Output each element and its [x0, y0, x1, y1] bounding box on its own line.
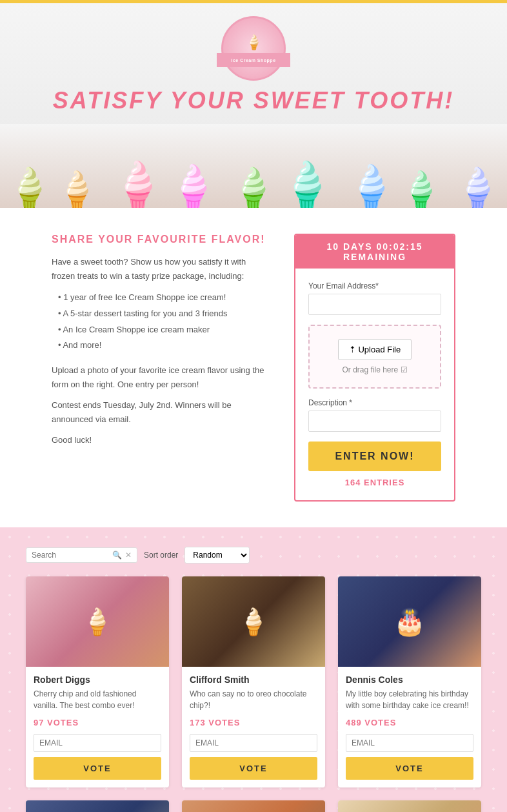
enter-button[interactable]: ENTER NOW! [308, 442, 441, 471]
card-image-4: 🍦 [26, 800, 169, 812]
card-name-3: Dennis Coles [346, 675, 473, 685]
contest-box: 10 DAYS 00:02:15 REMAINING Your Email Ad… [294, 234, 455, 502]
prize-list: 1 year of free Ice Cream Shoppe ice crea… [52, 290, 268, 354]
main-content: SHARE YOUR FAVOURITE FLAVOR! Have a swee… [0, 208, 507, 527]
gallery-grid: 🍦 Robert Diggs Cherry chip and old fashi… [26, 576, 481, 812]
prize-item-4: And more! [58, 338, 268, 354]
card-image-1: 🍦 [26, 576, 169, 667]
card-votes-3: 489 VOTES [346, 718, 473, 727]
prize-item-2: A 5-star dessert tasting for you and 3 f… [58, 306, 268, 322]
card-body-1: Robert Diggs Cherry chip and old fashion… [26, 667, 169, 787]
sort-select[interactable]: Random Most Votes Least Votes Newest Old… [184, 547, 250, 563]
gallery-card: 🎂 Dennis Coles My little boy celebrating… [338, 576, 481, 787]
logo-container: 🍦 Ice Cream Shoppe [0, 16, 507, 81]
gallery-card: 👦 VOTE [182, 800, 325, 812]
gallery-card: 🍦 Clifford Smith Who can say no to oreo … [182, 576, 325, 787]
logo-circle: 🍦 Ice Cream Shoppe [221, 16, 286, 81]
prize-item-1: 1 year of free Ice Cream Shoppe ice crea… [58, 290, 268, 306]
upload-icon: ⇡ [349, 345, 356, 354]
good-luck: Good luck! [52, 433, 268, 447]
timer-bar: 10 DAYS 00:02:15 REMAINING [295, 235, 454, 269]
contest-info: Contest ends Tuesday, July 2nd. Winners … [52, 398, 268, 427]
drag-text: Or drag file here ☑ [323, 365, 427, 374]
card-email-1[interactable] [34, 734, 161, 752]
vote-button-1[interactable]: VOTE [34, 757, 161, 780]
card-desc-1: Cherry chip and old fashioned vanilla. T… [34, 688, 161, 711]
description-label: Description * [308, 398, 441, 407]
card-desc-3: My little boy celebrating his birthday w… [346, 688, 473, 711]
gallery-section: 🔍 ✕ Sort order Random Most Votes Least V… [0, 527, 507, 812]
hero-image-bar: 🍦 🍦 🍦 🍦 🍦 🍦 🍦 🍦 🍦 [0, 124, 507, 208]
contest-form: 10 DAYS 00:02:15 REMAINING Your Email Ad… [294, 234, 455, 502]
prize-item-3: An Ice Cream Shoppe ice cream maker [58, 322, 268, 338]
section-title: SHARE YOUR FAVOURITE FLAVOR! [52, 234, 268, 245]
card-votes-1: 97 VOTES [34, 718, 161, 727]
card-image-5: 👦 [182, 800, 325, 812]
vote-button-2[interactable]: VOTE [190, 757, 317, 780]
clear-icon[interactable]: ✕ [125, 551, 132, 560]
card-name-2: Clifford Smith [190, 675, 317, 685]
sort-label: Sort order [144, 551, 178, 560]
entries-count: 164 ENTRIES [308, 478, 441, 487]
upload-text: Upload a photo of your favorite ice crea… [52, 363, 268, 392]
card-votes-2: 173 VOTES [190, 718, 317, 727]
email-input[interactable] [308, 294, 441, 315]
card-body-3: Dennis Coles My little boy celebrating h… [338, 667, 481, 787]
hero-title: SATISFY YOUR SWEET TOOTH! [0, 87, 507, 114]
gallery-card: 🍦 Robert Diggs Cherry chip and old fashi… [26, 576, 169, 787]
hero-section: 🍦 Ice Cream Shoppe SATISFY YOUR SWEET TO… [0, 3, 507, 208]
email-label: Your Email Address* [308, 281, 441, 290]
gallery-card: 🍦 VOTE [26, 800, 169, 812]
upload-button[interactable]: ⇡ Upload File [338, 339, 412, 360]
gallery-toolbar: 🔍 ✕ Sort order Random Most Votes Least V… [26, 547, 481, 563]
card-image-6: 🍨 [338, 800, 481, 812]
drag-icon: ☑ [401, 365, 408, 374]
card-image-2: 🍦 [182, 576, 325, 667]
upload-label: Upload File [358, 345, 401, 354]
gallery-card: 🍨 VOTE [338, 800, 481, 812]
vote-button-3[interactable]: VOTE [346, 757, 473, 780]
search-box: 🔍 ✕ [26, 547, 137, 563]
upload-area: ⇡ Upload File Or drag file here ☑ [308, 325, 441, 389]
card-email-2[interactable] [190, 734, 317, 752]
card-email-3[interactable] [346, 734, 473, 752]
left-panel: SHARE YOUR FAVOURITE FLAVOR! Have a swee… [52, 234, 268, 502]
description-input[interactable] [308, 411, 441, 432]
search-icon: 🔍 [112, 551, 122, 560]
card-desc-2: Who can say no to oreo chocolate chip?! [190, 688, 317, 711]
search-input[interactable] [32, 551, 109, 560]
intro-text: Have a sweet tooth? Show us how you sati… [52, 255, 268, 283]
card-body-2: Clifford Smith Who can say no to oreo ch… [182, 667, 325, 787]
card-image-3: 🎂 [338, 576, 481, 667]
card-name-1: Robert Diggs [34, 675, 161, 685]
